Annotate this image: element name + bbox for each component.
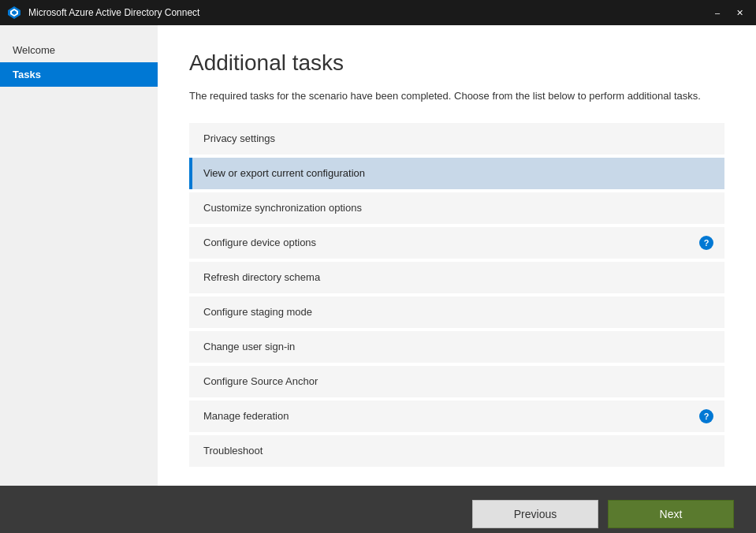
main-panel: Additional tasks The required tasks for … xyxy=(158,25,756,486)
task-item-customize-sync[interactable]: Customize synchronization options xyxy=(189,192,724,224)
next-button[interactable]: Next xyxy=(608,500,734,528)
manage-federation-help-icon[interactable]: ? xyxy=(699,409,713,423)
configure-device-help-icon[interactable]: ? xyxy=(699,236,713,250)
page-title: Additional tasks xyxy=(189,50,724,76)
minimize-button[interactable]: – xyxy=(707,4,728,21)
main-window: Welcome Tasks Additional tasks The requi… xyxy=(0,25,756,533)
task-item-change-signin[interactable]: Change user sign-in xyxy=(189,331,724,363)
sidebar: Welcome Tasks xyxy=(0,25,158,486)
task-item-privacy-settings[interactable]: Privacy settings xyxy=(189,123,724,155)
task-item-change-signin-label: Change user sign-in xyxy=(203,341,713,352)
task-item-manage-federation[interactable]: Manage federation ? xyxy=(189,401,724,432)
task-item-view-export-config[interactable]: View or export current configuration xyxy=(189,158,724,189)
app-icon xyxy=(6,5,22,20)
content-area: Welcome Tasks Additional tasks The requi… xyxy=(0,25,756,486)
task-item-troubleshoot-label: Troubleshoot xyxy=(203,445,713,457)
titlebar: Microsoft Azure Active Directory Connect… xyxy=(0,0,756,25)
task-item-refresh-schema[interactable]: Refresh directory schema xyxy=(189,262,724,293)
task-item-configure-source-anchor[interactable]: Configure Source Anchor xyxy=(189,366,724,397)
previous-button[interactable]: Previous xyxy=(472,500,598,528)
task-item-troubleshoot[interactable]: Troubleshoot xyxy=(189,435,724,467)
task-item-customize-sync-label: Customize synchronization options xyxy=(203,202,713,214)
close-button[interactable]: ✕ xyxy=(729,4,750,21)
task-item-configure-device-label: Configure device options xyxy=(203,237,693,248)
task-item-view-export-config-label: View or export current configuration xyxy=(203,167,713,179)
sidebar-item-tasks-label: Tasks xyxy=(13,69,41,80)
task-list: Privacy settings View or export current … xyxy=(189,123,724,467)
titlebar-title: Microsoft Azure Active Directory Connect xyxy=(28,7,707,18)
task-item-configure-staging-label: Configure staging mode xyxy=(203,306,713,318)
task-item-configure-staging[interactable]: Configure staging mode xyxy=(189,296,724,328)
footer: Previous Next xyxy=(0,486,756,534)
task-item-manage-federation-label: Manage federation xyxy=(203,410,693,422)
task-item-configure-source-anchor-label: Configure Source Anchor xyxy=(203,375,713,387)
task-item-configure-device[interactable]: Configure device options ? xyxy=(189,227,724,259)
titlebar-controls: – ✕ xyxy=(707,4,750,21)
sidebar-item-tasks[interactable]: Tasks xyxy=(0,62,158,87)
sidebar-item-welcome[interactable]: Welcome xyxy=(0,38,158,62)
task-item-privacy-settings-label: Privacy settings xyxy=(203,132,713,144)
page-description: The required tasks for the scenario have… xyxy=(189,88,724,104)
task-item-refresh-schema-label: Refresh directory schema xyxy=(203,271,713,283)
sidebar-item-welcome-label: Welcome xyxy=(13,44,55,56)
